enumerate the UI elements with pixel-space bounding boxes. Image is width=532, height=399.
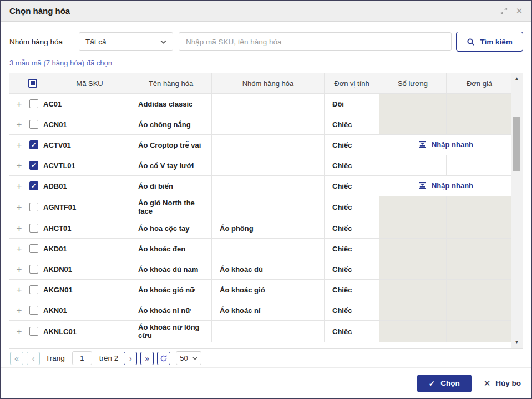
- row-price-cell[interactable]: [447, 155, 511, 176]
- last-page-button[interactable]: »: [140, 352, 154, 365]
- expand-row-icon[interactable]: +: [16, 306, 23, 315]
- row-checkbox[interactable]: [29, 120, 38, 129]
- row-group: [212, 94, 325, 114]
- row-qty-cell: [379, 259, 447, 280]
- row-group: [212, 239, 325, 259]
- expand-row-icon[interactable]: +: [16, 181, 23, 191]
- scrollbar-thumb[interactable]: [513, 117, 520, 171]
- row-group: Áo khoác dù: [212, 259, 325, 280]
- cancel-button-label: Hủy bỏ: [495, 379, 521, 387]
- row-checkbox[interactable]: [29, 327, 38, 336]
- selection-summary-link[interactable]: 3 mẫu mã (7 hàng hóa) đã chọn: [9, 59, 112, 67]
- row-sku: ACN01: [43, 120, 67, 129]
- filter-row: Nhóm hàng hóa Tất cả Tìm kiếm: [9, 32, 523, 52]
- row-sku: AKGN01: [43, 286, 73, 294]
- expand-row-icon[interactable]: +: [16, 265, 23, 274]
- row-qty-cell[interactable]: [379, 155, 447, 176]
- expand-row-icon[interactable]: +: [16, 203, 23, 212]
- row-unit: Chiếc: [325, 196, 379, 218]
- row-sku: AC01: [43, 100, 62, 108]
- row-price-cell: [447, 218, 511, 239]
- scroll-up-icon[interactable]: ▲: [511, 76, 523, 82]
- expand-row-icon[interactable]: +: [16, 99, 23, 109]
- row-qty-cell: [379, 321, 447, 342]
- row-unit: Chiếc: [325, 218, 379, 239]
- table-row: +AKN01Áo khoác nỉ nữÁo khoác nỉChiếc: [9, 300, 511, 321]
- quick-input-link[interactable]: Nhập nhanh: [418, 140, 473, 149]
- column-header-qty: Số lượng: [379, 73, 447, 94]
- close-icon[interactable]: ✕: [515, 7, 524, 16]
- row-name: Áo đi biển: [130, 176, 212, 196]
- row-name: Áo cổ V tay lưới: [130, 155, 212, 176]
- expand-row-icon[interactable]: +: [16, 327, 23, 336]
- row-checkbox[interactable]: [29, 224, 38, 233]
- row-sku: ACTV01: [43, 141, 71, 149]
- row-sku: AKD01: [43, 245, 67, 253]
- refresh-icon: [160, 355, 168, 362]
- expand-row-icon[interactable]: +: [16, 161, 23, 170]
- page-number-input[interactable]: [72, 351, 92, 365]
- row-price-cell: [447, 300, 511, 321]
- goods-table: Mã SKU Tên hàng hóa Nhóm hàng hóa Đơn vị…: [9, 73, 511, 342]
- expand-row-icon[interactable]: +: [16, 285, 23, 295]
- row-group: [212, 155, 325, 176]
- refresh-button[interactable]: [157, 352, 170, 365]
- first-page-button[interactable]: «: [10, 352, 23, 365]
- table-row: +ACVTL01Áo cổ V tay lướiChiếc: [9, 155, 511, 176]
- search-button[interactable]: Tìm kiếm: [456, 32, 523, 52]
- row-qty-cell: [379, 114, 447, 135]
- row-name: Addidas classic: [130, 94, 212, 114]
- column-header-group: Nhóm hàng hóa: [212, 73, 325, 94]
- row-checkbox[interactable]: [29, 161, 38, 170]
- row-group: Áo khoác gió: [212, 280, 325, 300]
- table-row: +AC01Addidas classicĐôi: [9, 94, 511, 114]
- select-button[interactable]: ✓ Chọn: [417, 375, 472, 392]
- row-price-cell: [447, 239, 511, 259]
- row-checkbox[interactable]: [29, 265, 38, 274]
- column-header-price: Đơn giá: [447, 73, 511, 94]
- column-header-name: Tên hàng hóa: [130, 73, 212, 94]
- cancel-button[interactable]: ✕ Hủy bỏ: [484, 378, 521, 388]
- expand-icon[interactable]: [499, 7, 508, 16]
- expand-row-icon[interactable]: +: [16, 120, 23, 129]
- table-scrollbar[interactable]: ▲ ▼: [511, 73, 523, 349]
- table-header-row: Mã SKU Tên hàng hóa Nhóm hàng hóa Đơn vị…: [9, 73, 511, 94]
- page-size-select[interactable]: 50: [176, 351, 201, 365]
- row-checkbox[interactable]: [29, 181, 38, 190]
- row-checkbox[interactable]: [29, 99, 38, 108]
- row-unit: Chiếc: [325, 155, 379, 176]
- row-unit: Đôi: [325, 94, 379, 114]
- row-sku: AKNLC01: [43, 327, 77, 336]
- row-qty-cell: [379, 300, 447, 321]
- row-price-cell: [447, 196, 511, 218]
- row-qty-cell: [379, 94, 447, 114]
- row-group: [212, 176, 325, 196]
- row-checkbox[interactable]: [29, 244, 38, 253]
- next-page-button[interactable]: ›: [124, 352, 137, 365]
- row-price-cell: [447, 114, 511, 135]
- row-checkbox[interactable]: [29, 285, 38, 294]
- page-total-label: trên 2: [99, 354, 119, 362]
- row-group: [212, 135, 325, 155]
- prev-page-button[interactable]: ‹: [27, 352, 40, 365]
- scroll-down-icon[interactable]: ▼: [511, 340, 523, 345]
- row-group: [212, 114, 325, 135]
- search-input[interactable]: [179, 32, 452, 51]
- chevron-down-icon: [192, 357, 197, 360]
- row-checkbox[interactable]: [29, 203, 38, 211]
- group-filter-select[interactable]: Tất cả: [79, 32, 173, 51]
- row-checkbox[interactable]: [29, 140, 38, 149]
- row-unit: Chiếc: [325, 114, 379, 135]
- table-row: +AKDN01Áo khoác dù namÁo khoác dùChiếc: [9, 259, 511, 280]
- quick-input-link[interactable]: Nhập nhanh: [418, 181, 473, 190]
- row-checkbox[interactable]: [29, 306, 38, 315]
- expand-row-icon[interactable]: +: [16, 224, 23, 233]
- row-price-cell: [447, 280, 511, 300]
- expand-row-icon[interactable]: +: [16, 140, 23, 150]
- row-unit: Chiếc: [325, 239, 379, 259]
- select-all-checkbox[interactable]: [28, 79, 37, 88]
- table-row: +AHCT01Áo hoa cộc tayÁo phôngChiếc: [9, 218, 511, 239]
- table-row: +ADB01Áo đi biểnChiếc Nhập nhanh: [9, 176, 511, 196]
- expand-row-icon[interactable]: +: [16, 244, 23, 254]
- search-icon: [467, 38, 475, 46]
